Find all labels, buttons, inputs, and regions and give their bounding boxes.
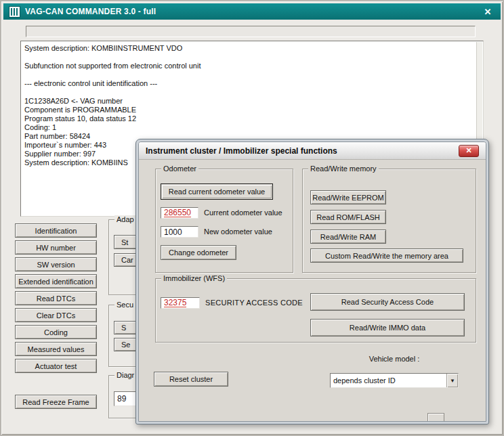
security-group-label: Secu bbox=[114, 301, 135, 309]
output-line: System description: KOMBIINSTRUMENT VDO bbox=[24, 44, 482, 53]
reset-cluster-button[interactable]: Reset cluster bbox=[154, 372, 228, 387]
vehicle-model-label: Vehicle model : bbox=[330, 355, 459, 363]
output-line: Component is PROGRAMMABLE bbox=[24, 106, 482, 114]
actuator-test-button[interactable]: Actuator test bbox=[15, 359, 97, 373]
change-odometer-button[interactable]: Change odometer bbox=[161, 245, 236, 260]
new-odometer-label: New odometer value bbox=[204, 227, 272, 236]
dialog-titlebar[interactable]: Instrument cluster / Immobilizer special… bbox=[139, 142, 486, 160]
odometer-group-label: Odometer bbox=[161, 165, 198, 173]
adaptation-group-label: Adap bbox=[114, 215, 136, 224]
read-write-immo-button[interactable]: Read/Write IMMO data bbox=[310, 319, 465, 336]
coding-button[interactable]: Coding bbox=[15, 325, 97, 339]
progress-bar bbox=[26, 26, 476, 37]
extended-identification-button[interactable]: Extended identification bbox=[15, 274, 97, 288]
new-odometer-input[interactable]: 1000 bbox=[161, 226, 198, 238]
current-odometer-value: 286550 bbox=[164, 209, 191, 217]
read-odometer-button[interactable]: Read current odometer value bbox=[161, 183, 273, 200]
close-icon[interactable]: ✕ bbox=[480, 5, 495, 18]
read-security-code-button[interactable]: Read Security Access Code bbox=[310, 293, 465, 311]
memory-group-label: Read/Write memory bbox=[308, 165, 379, 173]
hw-number-button[interactable]: HW number bbox=[15, 240, 97, 255]
new-odometer-value: 1000 bbox=[164, 227, 182, 237]
output-line bbox=[24, 70, 482, 79]
read-rom-flash-button[interactable]: Read ROM/FLASH bbox=[310, 210, 386, 224]
diagnostic-field-value: 89 bbox=[117, 394, 126, 404]
sw-version-button[interactable]: SW version bbox=[15, 257, 97, 271]
security-code-label: SECURITY ACCESS CODE bbox=[205, 299, 303, 307]
resize-grip[interactable] bbox=[427, 413, 444, 422]
custom-memory-button[interactable]: Custom Read/Write the memory area bbox=[310, 248, 463, 263]
security-code-input[interactable]: 32375 bbox=[161, 297, 200, 309]
read-dtcs-button[interactable]: Read DTCs bbox=[15, 291, 97, 305]
output-line: Coding: 1 bbox=[24, 123, 482, 132]
vehicle-model-select[interactable]: depends cluster ID ▼ bbox=[330, 373, 459, 388]
current-odometer-label: Current odometer value bbox=[204, 209, 282, 217]
special-functions-dialog: Instrument cluster / Immobilizer special… bbox=[135, 139, 489, 424]
read-write-ram-button[interactable]: Read/Write RAM bbox=[310, 230, 386, 244]
chevron-down-icon[interactable]: ▼ bbox=[446, 374, 458, 387]
security-code-value: 32375 bbox=[164, 299, 186, 307]
dialog-close-button[interactable]: ✕ bbox=[459, 145, 479, 157]
output-line: 1C1238A26D <- VAG number bbox=[24, 97, 482, 106]
app-icon bbox=[9, 6, 20, 18]
read-freeze-frame-button[interactable]: Read Freeze Frame bbox=[15, 395, 97, 409]
main-window: VAG-CAN COMMANDER 3.0 - full ✕ System de… bbox=[0, 0, 504, 436]
current-odometer-input[interactable]: 286550 bbox=[161, 207, 198, 219]
vehicle-model-selected: depends cluster ID bbox=[331, 376, 446, 385]
output-line bbox=[24, 53, 482, 62]
output-line: --- electronic control unit identificati… bbox=[24, 79, 482, 88]
dialog-title: Instrument cluster / Immobilizer special… bbox=[146, 146, 459, 156]
immobilizer-group-label: Immobilizer (WFS) bbox=[161, 274, 227, 283]
clear-dtcs-button[interactable]: Clear DTCs bbox=[15, 308, 97, 322]
identification-button[interactable]: Identification bbox=[15, 223, 97, 238]
read-write-eeprom-button[interactable]: Read/Write EEPROM bbox=[310, 190, 386, 204]
window-title: VAG-CAN COMMANDER 3.0 - full bbox=[25, 7, 476, 16]
measured-values-button[interactable]: Measured values bbox=[15, 342, 97, 356]
output-line bbox=[24, 88, 482, 97]
diagnostic-group-label: Diagr bbox=[114, 371, 136, 380]
titlebar[interactable]: VAG-CAN COMMANDER 3.0 - full ✕ bbox=[3, 3, 501, 20]
output-line: Program status 10, data status 12 bbox=[24, 114, 482, 123]
output-line: Subfunction not supported from electroni… bbox=[24, 62, 482, 70]
